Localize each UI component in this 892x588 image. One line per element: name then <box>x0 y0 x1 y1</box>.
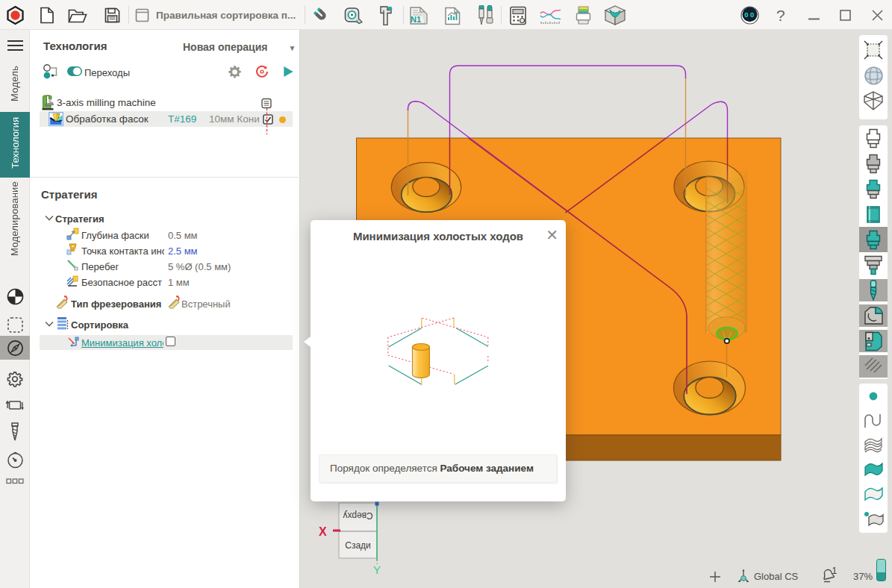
svg-text:0 0: 0 0 <box>744 10 754 19</box>
svg-text:Сверху: Сверху <box>343 510 372 521</box>
svg-text:X: X <box>319 525 327 538</box>
svg-text:N1: N1 <box>411 15 421 24</box>
svg-text:Y: Y <box>373 563 381 576</box>
svg-text:Сзади: Сзади <box>345 540 371 551</box>
svg-text:1: 1 <box>832 567 838 576</box>
